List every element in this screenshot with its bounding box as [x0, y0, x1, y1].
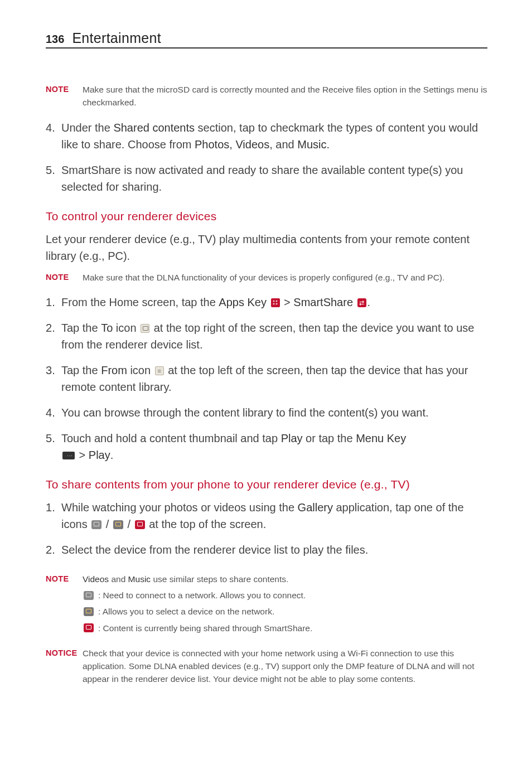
step-5: SmartShare is now activated and ready to…	[46, 162, 487, 195]
note-block-1: NOTE Make sure that the microSD card is …	[46, 83, 487, 109]
steps-c: While watching your photos or videos usi…	[46, 499, 487, 558]
page-content: 136 Entertainment NOTE Make sure that th…	[0, 0, 532, 718]
text: and	[109, 574, 128, 584]
text: Select the device from the renderer devi…	[61, 541, 487, 558]
text: , and	[269, 138, 297, 151]
videos-label: Videos	[83, 574, 109, 584]
text: /	[103, 518, 112, 530]
text: .	[110, 449, 114, 461]
text: or tap the	[303, 432, 356, 444]
text: Tap the	[61, 364, 101, 376]
note-body: Make sure that the microSD card is corre…	[83, 83, 487, 109]
text: : Need to connect to a network. Allows y…	[98, 589, 306, 602]
text: Under the	[61, 122, 113, 134]
text: icon	[127, 364, 154, 376]
note-label: NOTE	[46, 573, 83, 635]
to-label: To	[101, 322, 113, 334]
step-c1: While watching your photos or videos usi…	[46, 499, 487, 532]
step-b3: Tap the From icon at the top left of the…	[46, 362, 487, 395]
icon-legend-row: : Allows you to select a device on the n…	[83, 605, 487, 618]
text: >	[76, 449, 89, 461]
note-block-2: NOTE Make sure that the DLNA functionali…	[46, 271, 487, 284]
from-icon	[155, 366, 164, 375]
text: icon	[113, 322, 139, 334]
text: : Allows you to select a device on the n…	[98, 605, 274, 618]
step-b1: From the Home screen, tap the Apps Key >…	[46, 294, 487, 311]
share-disconnected-icon	[84, 591, 94, 600]
text: .	[367, 296, 371, 308]
note-block-3: NOTE Videos and Music use similar steps …	[46, 573, 487, 635]
text: at the top of the screen.	[146, 518, 267, 530]
text: ,	[229, 138, 235, 151]
text: Tap the	[61, 322, 101, 334]
intro-control-renderer: Let your renderer device (e.g., TV) play…	[46, 231, 487, 264]
play-label: Play	[281, 432, 303, 444]
text: use similar steps to share contents.	[151, 574, 288, 584]
step-b5: Touch and hold a content thumbnail and t…	[46, 430, 487, 463]
videos-label: Videos	[235, 138, 269, 151]
text: /	[124, 518, 134, 530]
menu-key-icon	[62, 452, 75, 459]
section-title: Entertainment	[72, 30, 161, 46]
note-label: NOTE	[46, 83, 83, 109]
text: Touch and hold a content thumbnail and t…	[61, 432, 281, 444]
menu-key-label: Menu Key	[356, 432, 406, 444]
icon-legend-row: : Content is currently being shared thro…	[83, 622, 487, 635]
text: You can browse through the content libra…	[61, 404, 487, 421]
steps-b: From the Home screen, tap the Apps Key >…	[46, 294, 487, 463]
step-4: Under the Shared contents section, tap t…	[46, 119, 487, 153]
step-b4: You can browse through the content libra…	[46, 404, 487, 421]
to-icon	[141, 324, 149, 333]
smartshare-label: SmartShare	[293, 296, 356, 308]
music-label: Music	[297, 138, 326, 151]
from-label: From	[101, 364, 127, 376]
note-body: Make sure that the DLNA functionality of…	[83, 271, 487, 284]
share-active-icon	[135, 520, 145, 529]
text: >	[281, 296, 294, 308]
notice-block: NOTICE Check that your device is connect…	[46, 647, 487, 686]
photos-label: Photos	[195, 138, 229, 151]
apps-key-icon	[271, 298, 280, 307]
play-label-2: Play	[89, 449, 110, 461]
share-select-device-icon	[84, 607, 94, 616]
steps-a: Under the Shared contents section, tap t…	[46, 119, 487, 195]
text: While watching your photos or videos usi…	[61, 501, 298, 514]
apps-key-label: Apps Key	[219, 296, 269, 308]
share-select-device-icon	[113, 520, 123, 529]
note-body: Videos and Music use similar steps to sh…	[83, 573, 487, 635]
step-c2: Select the device from the renderer devi…	[46, 541, 487, 558]
share-disconnected-icon	[91, 520, 101, 529]
share-active-icon	[84, 623, 94, 632]
step-b2: Tap the To icon at the top right of the …	[46, 319, 487, 353]
page-number: 136	[46, 33, 64, 46]
page-header: 136 Entertainment	[46, 30, 487, 49]
notice-label: NOTICE	[46, 647, 83, 686]
music-label: Music	[128, 574, 151, 584]
subheading-share-contents: To share contents from your phone to you…	[46, 478, 487, 491]
text: From the Home screen, tap the	[61, 296, 219, 308]
shared-contents-label: Shared contents	[113, 122, 195, 134]
gallery-label: Gallery	[298, 501, 333, 514]
text: .	[326, 138, 330, 151]
text: : Content is currently being shared thro…	[98, 622, 312, 635]
note-label: NOTE	[46, 271, 83, 284]
icon-legend-row: : Need to connect to a network. Allows y…	[83, 589, 487, 602]
smartshare-icon	[357, 298, 366, 307]
text: SmartShare is now activated and ready to…	[61, 162, 487, 195]
notice-body: Check that your device is connected with…	[83, 647, 487, 686]
subheading-control-renderer: To control your renderer devices	[46, 210, 487, 223]
